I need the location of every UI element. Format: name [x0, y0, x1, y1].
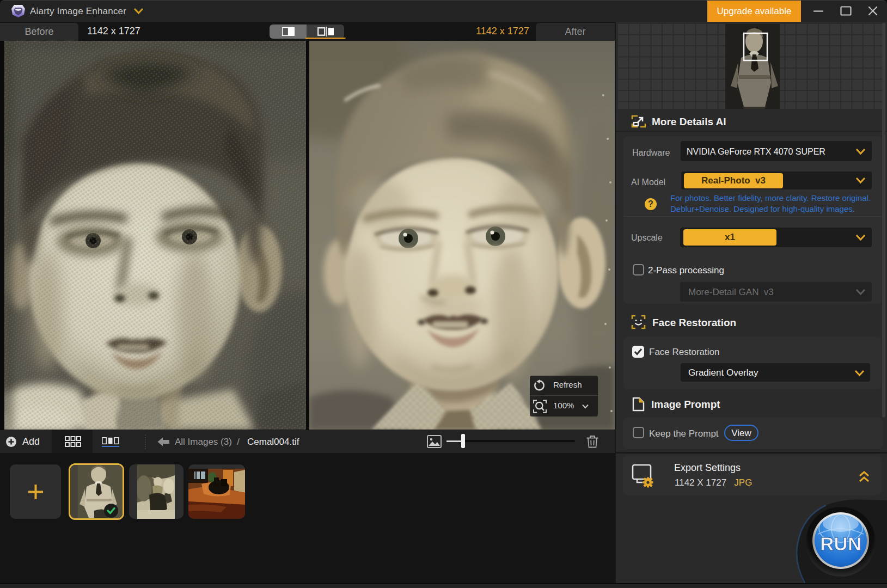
svg-text:RUN: RUN [820, 533, 861, 554]
